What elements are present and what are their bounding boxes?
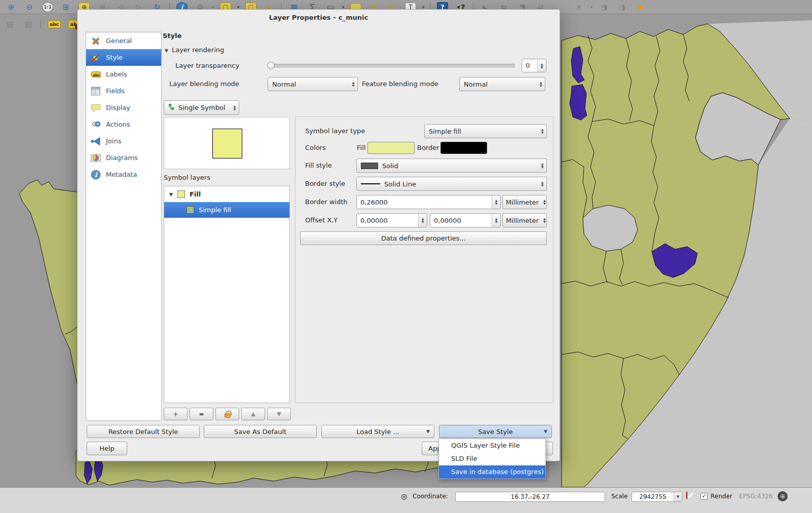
layer-blending-value: Normal [272, 81, 296, 88]
menu-item-save-in-database[interactable]: Save in database (postgres) [439, 465, 545, 479]
fill-color-label: Fill [357, 141, 365, 155]
fill-color-button[interactable] [367, 142, 415, 154]
sidebar-item-display[interactable]: Display [86, 99, 161, 116]
raster-stretch-icon: ☀ [573, 1, 584, 13]
sidebar-item-diagrams[interactable]: Diagrams [86, 149, 161, 166]
labeling-icon[interactable]: abc [48, 20, 61, 28]
stop-render-icon[interactable] [686, 491, 687, 499]
add-symbol-layer-button[interactable]: + [164, 408, 188, 420]
menu-item-sld-file[interactable]: SLD File [439, 452, 545, 465]
style-icon [90, 52, 101, 63]
border-width-label: Border width [305, 195, 348, 209]
tracking-icon[interactable]: ◎ [399, 492, 409, 501]
load-style-button[interactable]: Load Style ... ▼ [321, 425, 434, 438]
symbol-layer-type-combo[interactable]: Simple fill ▲▼ [424, 124, 547, 138]
zoom-out-icon[interactable]: ⊖ [24, 1, 35, 13]
sidebar-item-style[interactable]: Style [86, 49, 161, 66]
touch-icon[interactable]: ● [635, 1, 646, 13]
border-color-button[interactable] [440, 142, 487, 154]
symbol-layers-tree: ▼ Fill Simple fill [164, 186, 290, 403]
sidebar-item-fields[interactable]: Fields [86, 83, 161, 99]
button-label: Save As Default [234, 428, 286, 436]
labels-icon: abc [90, 69, 101, 80]
move-down-button[interactable]: ▼ [267, 408, 291, 420]
layer-rendering-label: Layer rendering [172, 46, 224, 54]
tree-row-simple-fill[interactable]: Simple fill [164, 202, 289, 218]
scale-combo[interactable]: 2942755 ▼ [632, 492, 682, 502]
fill-style-label: Fill style [305, 159, 332, 173]
save-as-default-button[interactable]: Save As Default [204, 425, 317, 438]
feature-blending-combo[interactable]: Normal ▲▼ [459, 77, 545, 91]
spin-arrows-icon[interactable]: ▲▼ [537, 59, 546, 72]
dropdown-arrow-icon: ▼ [426, 429, 430, 434]
single-symbol-icon [168, 103, 174, 112]
fill-style-combo[interactable]: Solid ▲▼ [356, 159, 547, 173]
offset-y-value: 0,00000 [434, 217, 461, 224]
border-width-unit-combo[interactable]: Millimeter ▲▼ [502, 195, 547, 209]
move-up-button[interactable]: ▲ [241, 408, 265, 420]
metadata-icon: i [90, 169, 101, 180]
help-button[interactable]: Help [87, 442, 127, 455]
properties-sidebar: General Style abc Labels [86, 32, 162, 421]
save-style-button[interactable]: Save Style ▼ [439, 425, 552, 438]
symbol-layer-type-value: Simple fill [429, 128, 461, 135]
dropdown-arrow-icon: ▼ [544, 429, 547, 434]
style-header: Style [163, 32, 181, 40]
offset-unit-combo[interactable]: Millimeter ▲▼ [502, 213, 547, 227]
border-style-label: Border style [305, 177, 345, 191]
tree-row-label: Simple fill [199, 206, 231, 214]
minus-icon: ▬ [199, 411, 204, 417]
symbol-layer-properties: Symbol layer type Simple fill ▲▼ Colors … [295, 116, 553, 403]
transparency-slider-handle[interactable] [267, 62, 275, 69]
coordinate-input[interactable]: 16.37,-26.27 [455, 492, 605, 502]
copy-features-icon: ▤ [5, 18, 16, 30]
transparency-spinbox[interactable]: 0 ▲▼ [522, 59, 546, 72]
paste-features-icon: ▥ [23, 18, 34, 30]
dialog-title: Layer Properties – c_munic [78, 14, 560, 21]
remove-symbol-layer-button[interactable]: ▬ [190, 408, 213, 420]
symbol-layers-label: Symbol layers [164, 171, 210, 185]
spin-arrows-icon[interactable]: ▲▼ [418, 214, 427, 227]
lock-symbol-layer-button[interactable] [215, 408, 239, 420]
layer-blending-combo[interactable]: Normal ▲▼ [268, 77, 358, 91]
zoom-full-icon[interactable]: ⊞ [60, 1, 71, 13]
sidebar-item-labels[interactable]: abc Labels [86, 66, 161, 83]
offset-x-spinbox[interactable]: 0,00000 ▲▼ [356, 213, 427, 227]
symbol-preview-swatch [212, 129, 242, 159]
button-label: Help [99, 445, 115, 452]
zoom-in-icon[interactable]: ⊕ [6, 1, 17, 13]
zoom-actual-icon[interactable]: 1:1 [42, 2, 53, 12]
contrast-reduce-icon: ◑ [617, 1, 628, 13]
plus-icon: + [173, 410, 178, 418]
sidebar-item-actions[interactable]: ⚙ Actions [86, 116, 161, 133]
menu-item-qgis-style-file[interactable]: QGIS Layer Style File [439, 439, 545, 452]
data-defined-properties-button[interactable]: Data defined properties... [300, 231, 547, 245]
solid-line-swatch-icon [361, 183, 380, 184]
spin-arrows-icon[interactable]: ▲▼ [492, 195, 500, 209]
layer-rendering-collapser[interactable]: ▼Layer rendering [165, 46, 224, 54]
crs-globe-icon[interactable]: ⊕ [778, 491, 788, 501]
sidebar-item-general[interactable]: General [86, 32, 161, 49]
renderer-combo[interactable]: Single Symbol ▲▼ [164, 100, 239, 115]
tree-row-fill[interactable]: ▼ Fill [164, 186, 289, 202]
transparency-slider[interactable] [268, 64, 515, 67]
layer-properties-dialog: Layer Properties – c_munic General Style [77, 9, 560, 461]
render-checkbox[interactable]: ✓ [700, 493, 708, 500]
border-style-combo[interactable]: Solid Line ▲▼ [356, 177, 547, 191]
spin-arrows-icon[interactable]: ▲▼ [492, 214, 500, 227]
offset-x-value: 0,00000 [360, 217, 388, 224]
data-defined-label: Data defined properties... [381, 234, 466, 242]
down-arrow-icon: ▼ [277, 411, 281, 417]
restore-default-style-button[interactable]: Restore Default Style [87, 425, 200, 438]
expander-icon[interactable]: ▼ [169, 192, 173, 197]
offset-y-spinbox[interactable]: 0,00000 ▲▼ [430, 213, 501, 227]
combo-arrows-icon: ▲▼ [349, 81, 357, 87]
border-width-unit: Millimeter [506, 199, 539, 206]
border-width-spinbox[interactable]: 0,26000 ▲▼ [356, 195, 501, 209]
transparency-value: 0 [526, 62, 530, 69]
sidebar-item-joins[interactable]: Joins [86, 133, 161, 149]
sidebar-item-metadata[interactable]: i Metadata [86, 166, 161, 183]
status-bar: ◎ Coordinate: 16.37,-26.27 Scale 2942755… [0, 487, 812, 513]
scale-value: 2942755 [632, 493, 674, 500]
general-icon [90, 35, 101, 47]
